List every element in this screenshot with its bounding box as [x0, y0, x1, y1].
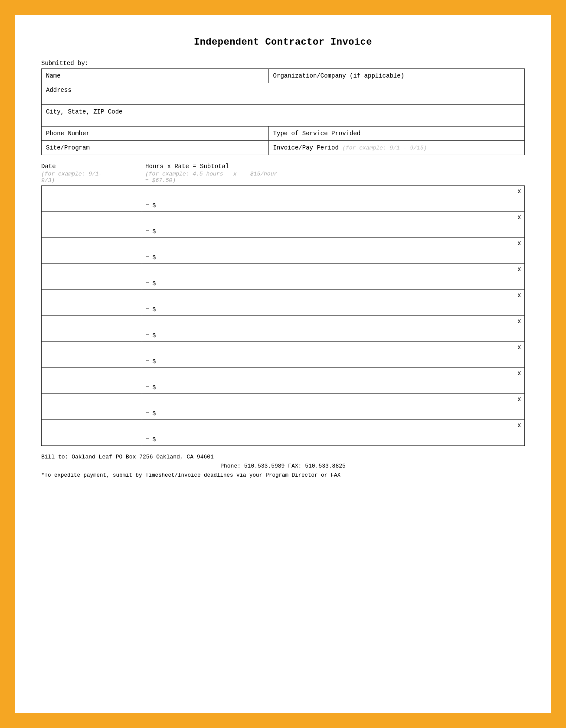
service-cell: Type of Service Provided — [268, 127, 524, 141]
phone-label: Phone Number — [46, 130, 90, 137]
table-row: X= $ — [42, 186, 525, 212]
phone-cell: Phone Number — [42, 127, 269, 141]
address-cell: Address — [42, 83, 525, 105]
table-row: X= $ — [42, 420, 525, 446]
column-headers: Date Hours x Rate = Subtotal — [41, 163, 525, 170]
subtotal-value: = $ — [146, 228, 521, 235]
calc-header: Hours x Rate = Subtotal — [145, 163, 525, 170]
bill-to: Bill to: Oakland Leaf PO Box 7256 Oaklan… — [41, 453, 525, 462]
x-mark: X — [517, 396, 521, 403]
data-table: X= $X= $X= $X= $X= $X= $X= $X= $X= $X= $ — [41, 185, 525, 446]
calc-cell[interactable]: X= $ — [142, 186, 525, 212]
footer: Bill to: Oakland Leaf PO Box 7256 Oaklan… — [41, 453, 525, 480]
calc-cell[interactable]: X= $ — [142, 394, 525, 420]
city-cell: City, State, ZIP Code — [42, 105, 525, 127]
x-mark: X — [517, 318, 521, 325]
info-table: Name Organization/Company (if applicable… — [41, 68, 525, 155]
calc-cell[interactable]: X= $ — [142, 238, 525, 264]
date-cell[interactable] — [42, 394, 142, 420]
name-cell: Name — [42, 69, 269, 83]
table-row: Phone Number Type of Service Provided — [42, 127, 525, 141]
date-cell[interactable] — [42, 316, 142, 342]
subtotal-value: = $ — [146, 202, 521, 209]
calc-cell[interactable]: X= $ — [142, 212, 525, 238]
site-label: Site/Program — [46, 144, 90, 151]
calc-cell[interactable]: X= $ — [142, 316, 525, 342]
table-row: Name Organization/Company (if applicable… — [42, 69, 525, 83]
page-wrapper: Independent Contractor Invoice Submitted… — [9, 9, 557, 719]
calc-cell[interactable]: X= $ — [142, 342, 525, 368]
x-mark: X — [517, 240, 521, 247]
calc-cell[interactable]: X= $ — [142, 290, 525, 316]
address-label: Address — [46, 87, 72, 94]
subtotal-value: = $ — [146, 280, 521, 287]
date-cell[interactable] — [42, 238, 142, 264]
table-row: Site/Program Invoice/Pay Period (for exa… — [42, 141, 525, 155]
table-row: X= $ — [42, 368, 525, 394]
x-mark: X — [517, 422, 521, 429]
subtotal-value: = $ — [146, 306, 521, 313]
example-calc: (for example: 4.5 hours x $15/hour= $67.… — [145, 171, 525, 184]
subtotal-value: = $ — [146, 436, 521, 443]
table-row: X= $ — [42, 212, 525, 238]
date-header: Date — [41, 163, 145, 170]
x-mark: X — [517, 344, 521, 351]
x-mark: X — [517, 214, 521, 221]
date-cell[interactable] — [42, 264, 142, 290]
phone-line: Phone: 510.533.5989 FAX: 510.533.8825 — [41, 462, 525, 471]
date-cell[interactable] — [42, 212, 142, 238]
city-label: City, State, ZIP Code — [46, 108, 122, 115]
table-row: Address — [42, 83, 525, 105]
date-cell[interactable] — [42, 368, 142, 394]
x-mark: X — [517, 370, 521, 377]
invoice-cell: Invoice/Pay Period (for example: 9/1 - 9… — [268, 141, 524, 155]
table-row: X= $ — [42, 394, 525, 420]
subtotal-value: = $ — [146, 384, 521, 391]
example-date: (for example: 9/1-9/3) — [41, 171, 145, 184]
service-label: Type of Service Provided — [273, 130, 361, 137]
table-row: X= $ — [42, 264, 525, 290]
submitted-by-label: Submitted by: — [41, 60, 525, 67]
example-row: (for example: 9/1-9/3) (for example: 4.5… — [41, 171, 525, 184]
date-cell[interactable] — [42, 342, 142, 368]
x-mark: X — [517, 266, 521, 273]
invoice-page: Independent Contractor Invoice Submitted… — [15, 15, 551, 713]
org-label: Organization/Company (if applicable) — [273, 72, 404, 79]
subtotal-value: = $ — [146, 358, 521, 365]
date-cell[interactable] — [42, 186, 142, 212]
table-row: X= $ — [42, 290, 525, 316]
calc-cell[interactable]: X= $ — [142, 264, 525, 290]
subtotal-value: = $ — [146, 410, 521, 417]
date-cell[interactable] — [42, 290, 142, 316]
calc-cell[interactable]: X= $ — [142, 420, 525, 446]
subtotal-value: = $ — [146, 254, 521, 261]
name-label: Name — [46, 72, 61, 79]
table-row: X= $ — [42, 316, 525, 342]
note-line: *To expedite payment, submit by Timeshee… — [41, 471, 525, 480]
subtotal-value: = $ — [146, 332, 521, 339]
calc-cell[interactable]: X= $ — [142, 368, 525, 394]
table-row: X= $ — [42, 342, 525, 368]
invoice-label: Invoice/Pay Period — [273, 144, 339, 151]
org-cell: Organization/Company (if applicable) — [268, 69, 524, 83]
x-mark: X — [517, 188, 521, 195]
table-row: X= $ — [42, 238, 525, 264]
invoice-example: (for example: 9/1 - 9/15) — [342, 145, 427, 151]
site-cell: Site/Program — [42, 141, 269, 155]
page-title: Independent Contractor Invoice — [41, 37, 525, 48]
x-mark: X — [517, 292, 521, 299]
table-row: City, State, ZIP Code — [42, 105, 525, 127]
date-cell[interactable] — [42, 420, 142, 446]
